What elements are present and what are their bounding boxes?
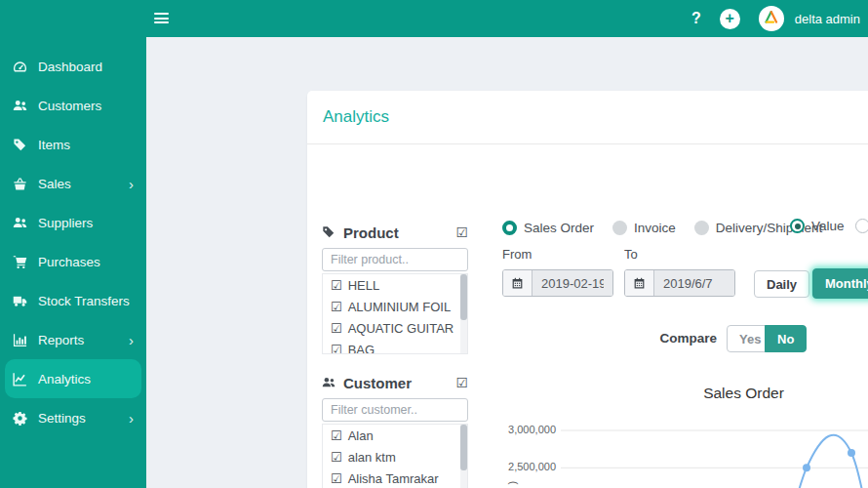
checkbox-checked-icon[interactable]: ☑ [331, 472, 342, 485]
page-title: Analytics [323, 107, 389, 127]
sidebar-item-settings[interactable]: Settings› [0, 398, 146, 437]
filter-option-label: HELL [348, 278, 380, 293]
user-menu[interactable]: delta admin [795, 12, 860, 26]
gear-icon [13, 411, 29, 426]
chevron-right-icon: › [129, 333, 134, 347]
radio-value[interactable] [790, 219, 805, 233]
select-all-checkbox-icon[interactable]: ☑ [455, 376, 468, 389]
users-icon [13, 216, 29, 230]
calendar-icon[interactable] [503, 270, 533, 296]
monthly-button[interactable]: Monthly [812, 268, 868, 299]
truck-icon [13, 294, 29, 308]
sales-order-chart [561, 418, 868, 488]
from-date-group [502, 269, 613, 297]
delta-logo-icon [763, 10, 779, 28]
sidebar-item-items[interactable]: Items [0, 125, 146, 164]
app-screen: ? + delta admin DeltaTech DashboardCusto… [0, 0, 868, 488]
filter-option[interactable]: ☑Alisha Tamrakar [323, 468, 467, 488]
topbar: ? + delta admin [0, 0, 868, 37]
filter-option-label: Alan [348, 428, 374, 443]
filter-option-label: BAG [348, 343, 375, 355]
y-tick-label: 3,000,000 [508, 424, 556, 435]
chart-title: Sales Order [502, 385, 868, 402]
product-filter-input[interactable] [322, 248, 468, 271]
checkbox-checked-icon[interactable]: ☑ [331, 344, 342, 355]
scrollbar[interactable] [460, 274, 467, 353]
bar-chart-icon [13, 333, 29, 347]
checkbox-checked-icon[interactable]: ☑ [331, 301, 342, 313]
line-chart-icon [13, 372, 29, 386]
filter-option-label: alan ktm [348, 450, 396, 465]
filter-title: Customer [343, 375, 412, 391]
cart-icon [13, 255, 29, 269]
checkbox-checked-icon[interactable]: ☑ [331, 429, 342, 442]
radio-delivery-shipment[interactable] [694, 221, 709, 235]
to-date-input[interactable] [654, 270, 734, 296]
product-options-list[interactable]: ☑HELL☑ALUMINIUM FOIL☑AQUATIC GUITAR☑BAG [322, 273, 468, 354]
menu-icon[interactable] [154, 13, 169, 26]
filter-option[interactable]: ☑HELL [323, 274, 467, 296]
filter-option-label: AQUATIC GUITAR [348, 321, 454, 336]
compare-no-button[interactable]: No [765, 325, 807, 352]
data-point-marker [848, 449, 855, 457]
checkbox-checked-icon[interactable]: ☑ [331, 279, 342, 292]
customer-filter-input[interactable] [322, 398, 468, 422]
scrollbar[interactable] [460, 425, 467, 488]
card-header: Analytics [307, 91, 868, 144]
sidebar-item-customers[interactable]: Customers [0, 86, 146, 125]
sidebar-item-analytics[interactable]: Analytics [5, 359, 141, 398]
sidebar-item-sales[interactable]: Sales› [0, 164, 146, 203]
help-icon[interactable]: ? [691, 10, 701, 27]
customer-options-list[interactable]: ☑Alan☑alan ktm☑Alisha Tamrakar☑Aman [322, 424, 468, 488]
analytics-card: Analytics Product ☑ ☑HELL☑ALUMINIUM FOIL… [307, 91, 868, 488]
filter-option-label: ALUMINIUM FOIL [348, 300, 451, 314]
users-icon [322, 376, 337, 390]
sidebar-item-stock-transfers[interactable]: Stock Transfers [0, 281, 146, 320]
y-axis-labels: 3,000,0002,500,0002,000,0001,500,000 [502, 418, 556, 488]
customer-filter-panel: Customer ☑ ☑Alan☑alan ktm☑Alisha Tamraka… [322, 373, 468, 488]
chevron-right-icon: › [129, 177, 134, 191]
from-label: From [502, 247, 532, 262]
avatar[interactable] [759, 6, 784, 31]
card-body: Product ☑ ☑HELL☑ALUMINIUM FOIL☑AQUATIC G… [307, 144, 868, 488]
filter-option[interactable]: ☑alan ktm [323, 446, 467, 468]
to-label: To [624, 247, 638, 262]
daily-button[interactable]: Daily [754, 270, 809, 298]
data-point-marker [803, 464, 810, 471]
users-icon [13, 99, 29, 113]
calendar-icon[interactable] [625, 270, 654, 296]
measure-radio-group: Value Quantity [790, 219, 868, 233]
radio-quantity[interactable] [855, 219, 868, 233]
filter-option[interactable]: ☑Alan [323, 425, 467, 446]
select-all-checkbox-icon[interactable]: ☑ [455, 225, 468, 239]
tags-icon [13, 138, 29, 152]
compare-label: Compare [639, 331, 717, 346]
filter-option-label: Alisha Tamrakar [348, 471, 439, 486]
tags-icon [322, 225, 337, 240]
main-content: Analytics Product ☑ ☑HELL☑ALUMINIUM FOIL… [146, 37, 868, 488]
doc-type-radio-group: Sales Order Invoice Delivery/Shipment [502, 221, 834, 235]
filter-option[interactable]: ☑BAG [323, 339, 467, 354]
dashboard-icon [13, 60, 29, 74]
sidebar-item-dashboard[interactable]: Dashboard [0, 47, 146, 86]
chevron-right-icon: › [129, 411, 134, 426]
sidebar-nav: DashboardCustomersItemsSales›SuppliersPu… [0, 37, 146, 488]
filter-title: Product [343, 224, 399, 241]
sidebar-item-purchases[interactable]: Purchases [0, 242, 146, 281]
filter-option[interactable]: ☑ALUMINIUM FOIL [323, 296, 467, 317]
from-date-input[interactable] [533, 270, 612, 296]
radio-invoice[interactable] [612, 221, 627, 235]
checkbox-checked-icon[interactable]: ☑ [331, 451, 342, 464]
sidebar-item-suppliers[interactable]: Suppliers [0, 203, 146, 242]
plus-icon[interactable]: + [720, 9, 740, 29]
product-filter-panel: Product ☑ ☑HELL☑ALUMINIUM FOIL☑AQUATIC G… [322, 223, 468, 354]
gridlines [561, 430, 868, 488]
to-date-group [624, 269, 735, 297]
radio-sales-order[interactable] [502, 221, 517, 235]
basket-icon [13, 177, 29, 191]
y-tick-label: 2,500,000 [508, 461, 556, 472]
sidebar-item-reports[interactable]: Reports› [0, 320, 146, 359]
filter-option[interactable]: ☑AQUATIC GUITAR [323, 317, 467, 339]
checkbox-checked-icon[interactable]: ☑ [331, 322, 342, 335]
